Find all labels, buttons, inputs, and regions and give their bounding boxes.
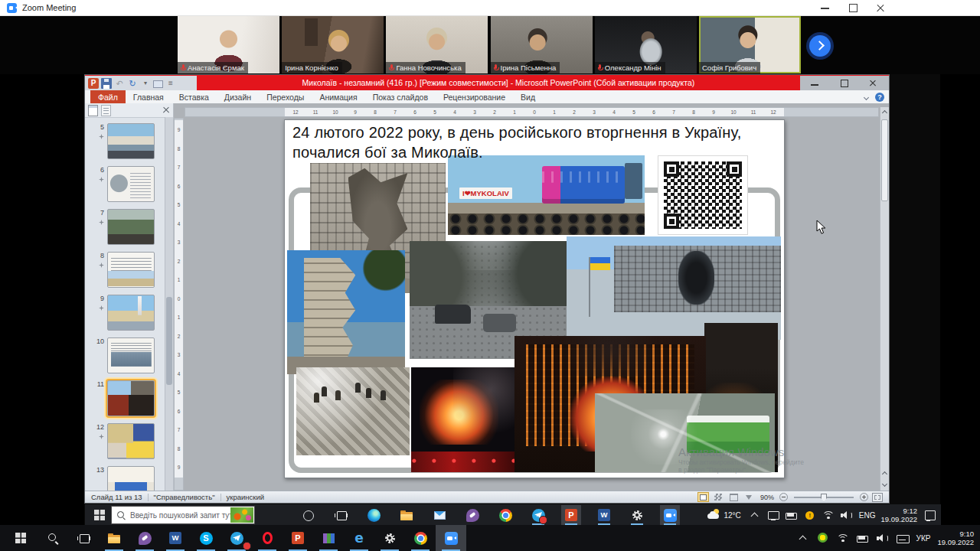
participant-tile[interactable]: Софія Грибович <box>699 16 801 73</box>
settings-icon[interactable] <box>627 505 647 525</box>
settings-icon[interactable] <box>374 525 405 551</box>
language-indicator[interactable]: ENG <box>859 511 876 520</box>
collapse-ribbon-icon[interactable] <box>863 94 870 101</box>
wifi-icon[interactable] <box>836 531 850 545</box>
slide-text[interactable]: 24 лютого 2022 року, в день російського … <box>292 122 782 162</box>
weather-widget[interactable]: 12°C <box>705 505 742 525</box>
action-center-icon[interactable] <box>923 508 936 522</box>
slide-thumbnail-image[interactable] <box>107 166 155 202</box>
next-slide-button[interactable] <box>880 479 889 490</box>
ribbon-tab-insert[interactable]: Вставка <box>172 90 217 104</box>
normal-view-icon[interactable] <box>697 492 709 502</box>
clock[interactable]: 9:12 19.09.2022 <box>880 507 917 524</box>
chevron-up-icon[interactable] <box>748 508 762 522</box>
search-icon[interactable] <box>38 525 68 551</box>
clock[interactable]: 9:10 19.09.2022 <box>937 530 974 547</box>
opera-icon[interactable] <box>252 525 283 551</box>
file-explorer-icon[interactable] <box>397 505 416 525</box>
slide-thumbnail-9[interactable]: 9 <box>85 292 165 332</box>
volume-icon[interactable] <box>876 531 890 545</box>
previous-slide-button[interactable] <box>880 468 889 478</box>
display-icon[interactable] <box>766 508 780 522</box>
zoom-icon[interactable] <box>660 505 680 525</box>
update-warning-icon[interactable] <box>803 508 817 522</box>
participant-tile[interactable]: Ірина Пісьменна <box>491 16 593 73</box>
volume-icon[interactable] <box>840 508 854 522</box>
slide-thumbnail-image[interactable] <box>107 295 155 331</box>
ribbon-tab-slide-show[interactable]: Показ слайдов <box>365 90 436 104</box>
photo-rescuers-rubble[interactable] <box>296 367 410 455</box>
ribbon-tab-design[interactable]: Дизайн <box>217 90 259 104</box>
scrollbar-thumb[interactable] <box>166 297 172 385</box>
slide-thumbnail-image[interactable] <box>107 252 155 288</box>
close-icon[interactable] <box>868 0 893 15</box>
slide-canvas[interactable]: 24 лютого 2022 року, в день російського … <box>284 119 785 478</box>
viber-icon[interactable] <box>129 525 160 551</box>
slide-thumbnail-image[interactable] <box>107 123 155 159</box>
ribbon-tab-view[interactable]: Вид <box>513 90 543 104</box>
outline-tab-icon[interactable] <box>101 105 111 116</box>
slide-thumbnail-13[interactable]: 13 <box>85 464 165 491</box>
touch-keyboard-icon[interactable] <box>896 531 910 545</box>
start-button[interactable] <box>4 525 38 551</box>
ribbon-tab-review[interactable]: Рецензирование <box>436 90 513 104</box>
file-explorer-icon[interactable] <box>99 525 129 551</box>
slide-thumbnail-8[interactable]: 8 <box>85 249 165 289</box>
edge-legacy-icon[interactable] <box>344 525 374 551</box>
edge-icon[interactable] <box>364 505 384 525</box>
task-view-icon[interactable] <box>68 525 99 551</box>
maximize-icon[interactable] <box>841 0 865 15</box>
participant-tile[interactable]: Анастасія Єрмак <box>178 16 279 73</box>
slide-thumbnail-5[interactable]: 5 <box>85 121 165 161</box>
zoom-in-icon[interactable] <box>860 493 868 501</box>
ribbon-tab-home[interactable]: Главная <box>126 90 172 104</box>
slides-tab-icon[interactable] <box>88 105 98 116</box>
word-icon[interactable] <box>594 505 614 525</box>
search-input[interactable]: Введіть пошуковий запит тут <box>111 506 255 524</box>
zoom-out-icon[interactable] <box>779 493 788 501</box>
language-indicator[interactable]: УКР <box>916 534 931 543</box>
chrome-icon[interactable] <box>495 505 515 525</box>
ribbon-tab-animations[interactable]: Анимация <box>312 90 364 104</box>
telegram-icon[interactable] <box>221 525 252 551</box>
wifi-icon[interactable] <box>822 508 835 522</box>
qat-dropdown-icon[interactable] <box>140 78 151 89</box>
slide-thumbnail-image[interactable] <box>107 423 155 459</box>
redo-icon[interactable] <box>127 78 138 89</box>
undo-icon[interactable] <box>114 78 125 89</box>
zoom-slider[interactable] <box>794 497 854 498</box>
photo-qr-code[interactable] <box>658 155 748 235</box>
winrar-icon[interactable] <box>313 525 344 551</box>
slide-thumbnail-10[interactable]: 10 <box>85 335 165 375</box>
status-language[interactable]: украинский <box>227 493 265 501</box>
powerpoint-icon[interactable] <box>561 505 581 525</box>
photo-bus-shattered-glass[interactable] <box>595 393 775 472</box>
slide-scrollbar[interactable] <box>880 107 889 491</box>
minimize-icon[interactable] <box>800 76 829 90</box>
zoom-icon[interactable] <box>436 525 466 551</box>
slideshow-settings-icon[interactable] <box>153 80 163 88</box>
powerpoint-logo-icon[interactable] <box>88 78 99 89</box>
start-button[interactable] <box>90 505 109 525</box>
fit-slide-to-window-icon[interactable] <box>872 493 883 502</box>
ribbon-tab-file[interactable]: Файл <box>90 90 126 104</box>
powerpoint-icon[interactable] <box>283 525 313 551</box>
cortana-icon[interactable] <box>298 505 318 525</box>
battery-icon[interactable] <box>856 531 870 545</box>
chevron-up-icon[interactable] <box>796 531 810 545</box>
skype-icon[interactable] <box>191 525 221 551</box>
slide-thumbnail-image[interactable] <box>107 337 155 373</box>
zoom-slider-thumb[interactable] <box>821 494 827 502</box>
search-highlight-image[interactable] <box>230 507 253 523</box>
word-icon[interactable] <box>160 525 191 551</box>
participant-tile[interactable]: Ірина Корнієнко <box>282 16 384 73</box>
chrome-icon[interactable] <box>405 525 436 551</box>
slide-thumbnail-image[interactable] <box>107 466 155 491</box>
telegram-icon[interactable] <box>528 505 548 525</box>
reading-view-icon[interactable] <box>728 492 740 502</box>
battery-icon[interactable] <box>785 508 799 522</box>
scroll-up-icon[interactable] <box>880 107 889 117</box>
viber-icon[interactable] <box>462 505 482 525</box>
slide-thumbnail-7[interactable]: 7 <box>85 207 165 246</box>
eset-icon[interactable] <box>816 531 830 545</box>
